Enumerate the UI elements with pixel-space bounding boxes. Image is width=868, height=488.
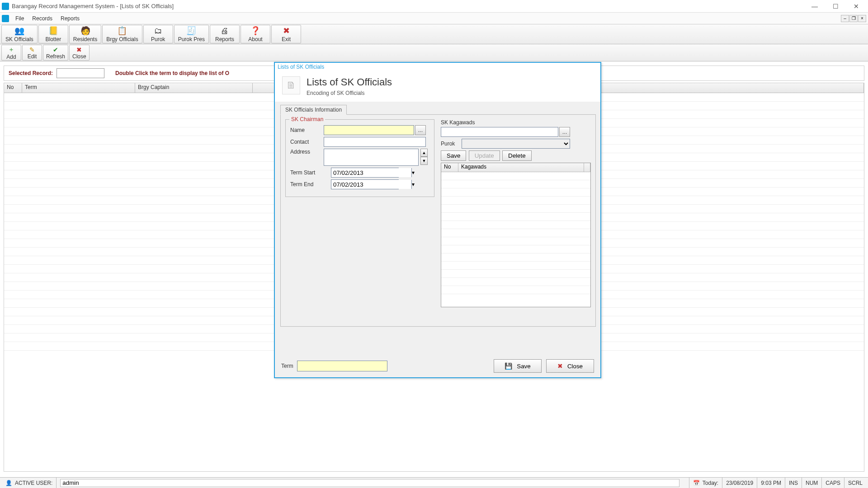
dialog-tabstrip: SK Officials Information xyxy=(280,104,596,114)
kagawad-browse-button[interactable]: … xyxy=(559,127,570,137)
sk-chairman-group: SK Chairman Name … Contact Address xyxy=(285,119,434,197)
toolbar-about[interactable]: ❓About xyxy=(241,25,270,43)
active-user-label: ACTIVE USER: xyxy=(15,480,52,486)
document-icon: 🗎 xyxy=(282,76,300,94)
name-label: Name xyxy=(290,127,324,133)
toolbar-sub: ＋Add ✎Edit ✔Refresh ✖Close xyxy=(0,44,868,61)
toolbar-exit[interactable]: ✖Exit xyxy=(271,25,301,43)
refresh-button[interactable]: ✔Refresh xyxy=(43,45,68,61)
purok-label: Purok xyxy=(441,141,462,147)
dialog-close-button[interactable]: ✖Close xyxy=(546,359,594,373)
kagawad-row[interactable] xyxy=(441,270,590,278)
x-icon: ✖ xyxy=(76,46,82,53)
chevron-down-icon[interactable]: ▾ xyxy=(411,180,415,189)
address-up-button[interactable]: ▲ xyxy=(420,149,428,157)
active-user-field[interactable] xyxy=(60,479,679,487)
kagawad-row[interactable] xyxy=(441,180,590,188)
folder-icon: 🗂 xyxy=(154,26,162,36)
kagawad-row[interactable] xyxy=(441,229,590,237)
minimize-button[interactable]: — xyxy=(805,1,825,11)
kagawad-row[interactable] xyxy=(441,237,590,245)
col-no[interactable]: No xyxy=(4,83,22,93)
kagawad-name-input[interactable] xyxy=(441,127,558,137)
kagawad-row[interactable] xyxy=(441,253,590,262)
edit-button[interactable]: ✎Edit xyxy=(22,45,42,61)
statusbar: 👤 ACTIVE USER: 📅 Today: 23/08/2019 9:03 … xyxy=(0,477,868,488)
toolbar-reports[interactable]: 🖨Reports xyxy=(210,25,240,43)
menubar: File Records Reports – ❐ × xyxy=(0,13,868,24)
workarea: Selected Record: Double Click the term t… xyxy=(0,61,868,477)
toolbar-blotter[interactable]: 📒Blotter xyxy=(38,25,68,43)
kcol-kagawads[interactable]: Kagawads xyxy=(458,163,584,172)
mdi-close-button[interactable]: × xyxy=(858,15,866,22)
plus-icon: ＋ xyxy=(8,46,14,54)
term-start-picker[interactable]: ▾ xyxy=(331,168,399,178)
window-title: Barangay Record Management System - [Lis… xyxy=(12,3,805,9)
kagawad-save-button[interactable]: Save xyxy=(441,150,466,161)
toolbar-residents[interactable]: 🧑Residents xyxy=(69,25,101,43)
dialog-save-button[interactable]: 💾Save xyxy=(494,359,542,373)
kagawad-row[interactable] xyxy=(441,221,590,229)
selected-record-field[interactable] xyxy=(57,68,104,78)
footer-term-input[interactable] xyxy=(297,361,387,371)
close-window-button[interactable]: ✕ xyxy=(846,1,866,11)
dialog-footer: Term 💾Save ✖Close xyxy=(275,359,600,373)
add-button[interactable]: ＋Add xyxy=(1,45,21,61)
clipboard-icon: 📋 xyxy=(117,26,127,36)
app-icon xyxy=(2,3,9,10)
people-icon: 👥 xyxy=(14,26,24,36)
close-button[interactable]: ✖Close xyxy=(69,45,90,61)
maximize-button[interactable]: ☐ xyxy=(826,1,845,11)
toolbar-purok[interactable]: 🗂Purok xyxy=(143,25,173,43)
kcol-no[interactable]: No xyxy=(441,163,458,172)
dialog-subheading: Encoding of SK Officials xyxy=(307,90,392,96)
term-end-value[interactable] xyxy=(331,180,411,189)
chevron-down-icon[interactable]: ▾ xyxy=(411,168,415,177)
menu-records[interactable]: Records xyxy=(28,14,56,23)
kagawad-row[interactable] xyxy=(441,188,590,197)
name-input[interactable] xyxy=(324,125,414,135)
user-icon: 👤 xyxy=(5,480,12,486)
sk-kagawads-heading: SK Kagawads xyxy=(441,119,591,126)
status-num: NUM xyxy=(802,478,821,488)
contact-label: Contact xyxy=(290,139,324,145)
kagawad-row[interactable] xyxy=(441,197,590,205)
kcol-blank xyxy=(584,163,590,172)
kagawad-row[interactable] xyxy=(441,262,590,270)
toolbar-purok-pres[interactable]: 🧾Purok Pres xyxy=(174,25,209,43)
kagawad-delete-button[interactable]: Delete xyxy=(502,150,532,161)
sk-chairman-legend: SK Chairman xyxy=(289,116,325,122)
kagawad-row[interactable] xyxy=(441,213,590,221)
term-end-picker[interactable]: ▾ xyxy=(331,179,399,189)
col-term[interactable]: Term xyxy=(22,83,135,93)
status-scrl: SCRL xyxy=(844,478,866,488)
contact-input[interactable] xyxy=(324,137,426,147)
selected-record-label: Selected Record: xyxy=(9,70,53,76)
term-start-value[interactable] xyxy=(331,168,411,177)
kagawad-row[interactable] xyxy=(441,286,590,294)
dialog-heading: Lists of SK Officials xyxy=(307,76,392,88)
kagawad-row[interactable] xyxy=(441,245,590,253)
check-icon: ✔ xyxy=(53,46,58,53)
address-down-button[interactable]: ▼ xyxy=(420,157,428,165)
mdi-minimize-button[interactable]: – xyxy=(841,15,849,22)
menu-file[interactable]: File xyxy=(12,14,28,23)
menu-reports[interactable]: Reports xyxy=(57,14,83,23)
mdi-restore-button[interactable]: ❐ xyxy=(849,15,858,22)
tab-sk-officials-info[interactable]: SK Officials Information xyxy=(280,105,347,115)
purok-select[interactable] xyxy=(462,139,570,149)
kagawad-row[interactable] xyxy=(441,172,590,180)
dialog-titlebar[interactable]: Lists of SK Officials xyxy=(275,63,600,73)
col-captain[interactable]: Brgy Captain xyxy=(135,83,253,93)
address-input[interactable] xyxy=(324,149,419,166)
term-start-label: Term Start xyxy=(290,169,331,176)
kagawads-grid[interactable]: No Kagawads xyxy=(441,163,591,307)
toolbar-main: 👥SK Officials 📒Blotter 🧑Residents 📋Brgy … xyxy=(0,24,868,44)
dialog-header: 🗎 Lists of SK Officials Encoding of SK O… xyxy=(275,73,600,102)
toolbar-brgy-officials[interactable]: 📋Brgy Officials xyxy=(102,25,142,43)
dialog-tabpanel: SK Chairman Name … Contact Address xyxy=(280,114,596,327)
kagawad-row[interactable] xyxy=(441,278,590,286)
toolbar-sk-officials[interactable]: 👥SK Officials xyxy=(1,25,38,43)
name-browse-button[interactable]: … xyxy=(415,125,426,135)
kagawad-row[interactable] xyxy=(441,205,590,213)
